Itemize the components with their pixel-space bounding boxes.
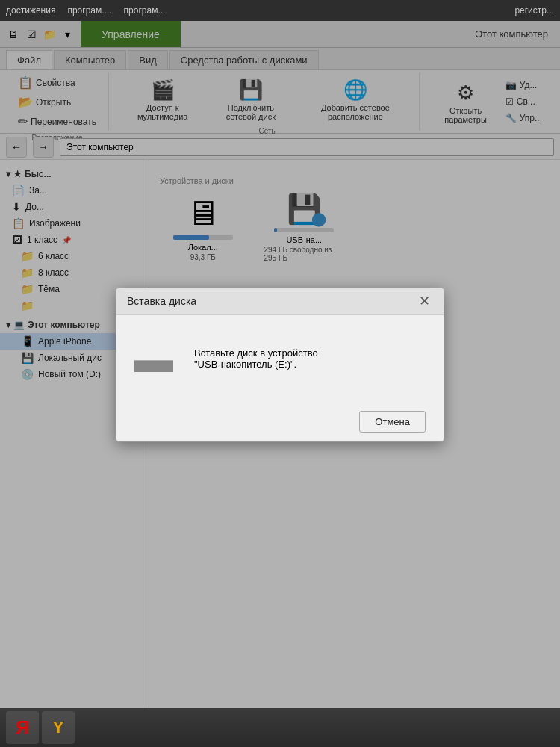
topbar-item-2[interactable]: програм.... — [67, 5, 111, 16]
modal-cancel-button[interactable]: Отмена — [359, 411, 426, 433]
yandex-browser-icon: Y — [53, 718, 64, 737]
taskbar-browser-button[interactable]: Y — [42, 711, 75, 744]
yandex-logo-icon: Я — [16, 717, 28, 738]
modal-title: Вставка диска — [127, 295, 196, 307]
topbar-item-3[interactable]: програм.... — [124, 5, 168, 16]
topbar-right: регистр... — [514, 5, 554, 16]
modal-title-bar: Вставка диска ✕ — [116, 288, 444, 315]
modal-dialog: Вставка диска ✕ ▬ Вставьте диск в устрой… — [116, 288, 444, 442]
modal-body: ▬ Вставьте диск в устройство "USB-накопи… — [116, 315, 444, 402]
modal-overlay: Вставка диска ✕ ▬ Вставьте диск в устрой… — [0, 21, 560, 708]
top-menu-bar: достижения програм.... програм.... регис… — [0, 0, 560, 21]
modal-close-button[interactable]: ✕ — [415, 292, 433, 310]
topbar-item-1[interactable]: достижения — [6, 5, 55, 16]
taskbar-start-button[interactable]: Я — [6, 711, 39, 744]
top-bar-items: достижения програм.... програм.... — [6, 5, 168, 16]
modal-usb-drive-icon: ▬ — [134, 336, 173, 381]
modal-message-line1: Вставьте диск в устройство — [194, 347, 318, 359]
modal-footer: Отмена — [116, 402, 444, 441]
modal-message: Вставьте диск в устройство "USB-накопите… — [194, 347, 318, 370]
modal-message-line2: "USB-накопитель (E:)". — [194, 359, 318, 370]
taskbar: Я Y — [0, 708, 560, 747]
